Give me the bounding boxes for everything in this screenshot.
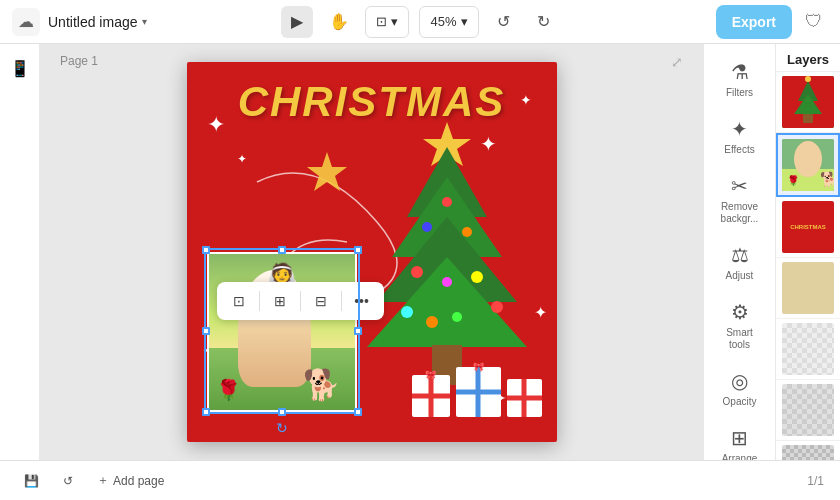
page-label: Page 1 [60,54,98,68]
gift-3 [507,379,542,417]
layer-item-pattern1[interactable] [776,319,840,380]
top-bar: ☁ Untitled image ▾ ▶ ✋ ⊡ ▾ 45% ▾ ↺ ↻ Exp… [0,0,840,44]
svg-point-16 [426,316,438,328]
smart-tools-label: Smarttools [726,327,753,351]
svg-point-24 [794,141,822,177]
history-icon: ↺ [63,474,73,488]
more-tool-button[interactable]: ••• [348,287,376,315]
effects-tool[interactable]: ✦ Effects [708,109,772,164]
smart-tools-icon: ⚙ [731,300,749,324]
adjust-icon: ⚖ [731,243,749,267]
svg-point-13 [401,306,413,318]
photo-overlay[interactable]: 🐕 🌹 👰 [207,252,357,412]
brand-icon[interactable]: ☁ [12,8,40,36]
select-tool-button[interactable]: ▶ [281,6,313,38]
title-area[interactable]: Untitled image ▾ [48,14,147,30]
filters-label: Filters [726,87,753,99]
left-sidebar: 📱 [0,44,40,460]
layers-panel: Layers 🐕 🌹 [775,44,840,460]
redo-button[interactable]: ↻ [529,7,559,37]
canvas-wrapper[interactable]: CHRISTMAS ✦ ✦ ✦ ✦ ✦ ✦ ✦ [187,62,557,442]
svg-point-11 [471,271,483,283]
svg-point-14 [491,301,503,313]
rotate-handle[interactable]: ↻ [274,420,290,436]
zoom-value: 45% [430,14,456,29]
save-button[interactable]: 💾 [16,470,47,492]
photo-inner: 🐕 🌹 👰 [209,254,355,410]
svg-point-12 [442,277,452,287]
remove-bg-tool[interactable]: ✂ Removebackgr... [708,166,772,233]
canvas-resize-icon[interactable]: ⤢ [671,54,683,70]
right-toolbar: ⚗ Filters ✦ Effects ✂ Removebackgr... ⚖ … [703,44,775,460]
opacity-tool[interactable]: ◎ Opacity [708,361,772,416]
frame-tool-button[interactable]: ⊡ ▾ [365,6,409,38]
canvas-area: Page 1 ⤢ CHRISTMAS ✦ ✦ ✦ ✦ ✦ ✦ ✦ [40,44,703,460]
arrange-label: Arrange [722,453,758,460]
arrange-tool[interactable]: ⊞ Arrange [708,418,772,460]
opacity-icon: ◎ [731,369,748,393]
gift-2: 🎀 [456,367,501,417]
zoom-control[interactable]: 45% ▾ [419,6,478,38]
layers-panel-title: Layers [776,44,840,72]
crop-tool-button[interactable]: ⊡ [225,287,253,315]
layer-item-tree[interactable] [776,72,840,133]
opacity-label: Opacity [723,396,757,408]
svg-text:🌹: 🌹 [787,174,800,187]
layer-item-pattern3[interactable] [776,441,840,460]
page-counter: 1/1 [807,474,824,488]
add-page-button[interactable]: ＋ Add page [89,468,172,493]
grid-tool-button[interactable]: ⊞ [266,287,294,315]
layer-item-photo[interactable]: 🐕 🌹 [776,133,840,197]
hand-tool-button[interactable]: ✋ [323,6,355,38]
layer-item-text[interactable]: CHRISTMAS [776,197,840,258]
layer-thumb-bg [782,262,834,314]
sparkle-1: ✦ [207,112,225,138]
layer-item-pattern2[interactable] [776,380,840,441]
flip-tool-button[interactable]: ⊟ [307,287,335,315]
undo-button[interactable]: ↺ [489,7,519,37]
effects-label: Effects [724,144,754,156]
remove-bg-label: Removebackgr... [721,201,759,225]
main-layout: 📱 Page 1 ⤢ CHRISTMAS ✦ ✦ ✦ ✦ ✦ ✦ ✦ [0,44,840,460]
layer-thumb-pattern1 [782,323,834,375]
history-button[interactable]: ↺ [55,470,81,492]
layer-thumb-text: CHRISTMAS [782,201,834,253]
adjust-tool[interactable]: ⚖ Adjust [708,235,772,290]
gifts-row: 🎀 🎀 [412,367,542,417]
save-icon: 💾 [24,474,39,488]
topbar-right: Export 🛡 [569,5,828,39]
image-toolbar: ⊡ ⊞ ⊟ ••• [217,282,384,320]
document-title: Untitled image [48,14,138,30]
svg-text:🐕: 🐕 [820,171,834,188]
svg-point-9 [462,227,472,237]
frame-icon: ⊡ [376,14,387,29]
add-page-icon: ＋ [97,472,109,489]
svg-marker-0 [307,152,347,191]
svg-point-7 [442,197,452,207]
phone-icon[interactable]: 📱 [6,54,34,82]
svg-point-21 [805,76,811,82]
svg-point-10 [411,266,423,278]
layer-thumb-tree [782,76,834,128]
smart-tools-tool[interactable]: ⚙ Smarttools [708,292,772,359]
effects-icon: ✦ [731,117,748,141]
shield-icon[interactable]: 🛡 [800,8,828,36]
title-chevron-icon: ▾ [142,16,147,27]
layer-thumb-pattern3 [782,445,834,460]
toolbar-separator-2 [300,291,301,311]
arrange-icon: ⊞ [731,426,748,450]
gift-1: 🎀 [412,375,450,417]
svg-point-8 [422,222,432,232]
svg-rect-20 [803,114,813,123]
layer-thumb-photo: 🐕 🌹 [782,139,834,191]
sparkle-3: ✦ [237,152,247,166]
layer-item-bg[interactable] [776,258,840,319]
bottom-bar: 💾 ↺ ＋ Add page 1/1 [0,460,840,500]
filters-tool[interactable]: ⚗ Filters [708,52,772,107]
toolbar-separator-1 [259,291,260,311]
sparkle-2: ✦ [520,92,532,108]
topbar-center: ▶ ✋ ⊡ ▾ 45% ▾ ↺ ↻ [281,6,558,38]
toolbar-separator-3 [341,291,342,311]
add-page-label: Add page [113,474,164,488]
export-button[interactable]: Export [716,5,792,39]
